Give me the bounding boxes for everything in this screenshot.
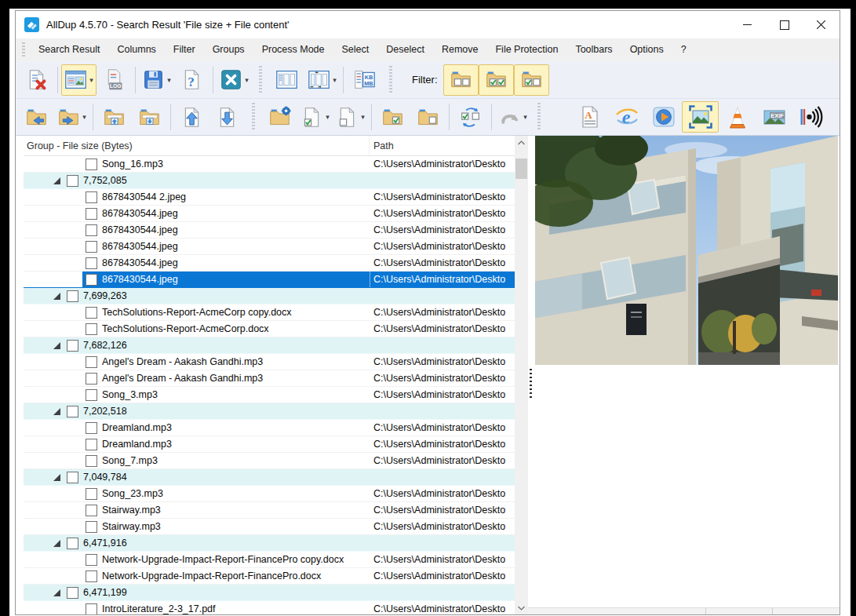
group-row[interactable]: 7,699,263 (24, 288, 515, 304)
undo-button[interactable]: ▾ (495, 101, 530, 133)
file-checkbox[interactable] (86, 323, 97, 335)
file-checkbox[interactable] (86, 373, 97, 385)
scroll-down-icon[interactable] (515, 601, 528, 614)
next-group-button[interactable]: ▾ (54, 101, 89, 133)
vlc-preview-button[interactable] (719, 101, 756, 133)
help-button[interactable]: ? (174, 64, 209, 96)
filter-show-selected-button[interactable] (479, 64, 514, 96)
menu-file-protection[interactable]: File Protection (486, 38, 566, 61)
file-row[interactable]: 8678430544 2.jpegC:\Users\Administrator\… (24, 189, 515, 206)
deselect-folder-button[interactable] (410, 101, 446, 133)
menu-process-mode[interactable]: Process Mode (253, 38, 333, 61)
exif-info-button[interactable]: EXIF (756, 101, 792, 133)
file-checkbox[interactable] (86, 307, 97, 319)
invert-selection-button[interactable] (453, 101, 488, 133)
group-checkbox[interactable] (67, 340, 78, 352)
group-checkbox[interactable] (67, 406, 78, 417)
file-checkbox[interactable] (86, 191, 97, 203)
expand-triangle-icon[interactable] (53, 540, 60, 547)
file-row[interactable]: Song_3.mp3C:\Users\Administrator\Deskto (24, 387, 515, 403)
group-checkbox[interactable] (67, 587, 78, 599)
open-folder-up-button[interactable] (97, 101, 132, 133)
scrollbar-thumb[interactable] (515, 159, 527, 179)
menu-toolbars[interactable]: Toolbars (566, 38, 621, 61)
group-row[interactable]: 6,471,199 (24, 585, 515, 601)
title-bar[interactable]: AllDup 4.5.70 - Search Result 'File size… (16, 11, 840, 38)
splitter-handle[interactable] (530, 369, 532, 400)
file-row[interactable]: IntroLiterature_2-3_17.pdfC:\Users\Admin… (24, 601, 515, 614)
expand-triangle-icon[interactable] (53, 342, 60, 349)
group-row[interactable]: 7,682,126 (24, 337, 515, 354)
menu-help[interactable]: ? (672, 38, 695, 61)
menu-options[interactable]: Options (621, 38, 672, 61)
expand-triangle-icon[interactable] (53, 474, 60, 481)
menu-remove[interactable]: Remove (433, 38, 487, 61)
expand-triangle-icon[interactable] (53, 293, 60, 300)
file-checkbox[interactable] (86, 505, 97, 516)
log-button[interactable]: LOG (97, 64, 132, 96)
select-file-button[interactable]: ▾ (297, 101, 333, 133)
remove-search-result-button[interactable] (19, 64, 54, 96)
file-row[interactable]: Song_23.mp3C:\Users\Administrator\Deskto (24, 486, 515, 502)
file-row[interactable]: Stairway.mp3C:\Users\Administrator\Deskt… (24, 502, 515, 519)
file-row[interactable]: 8678430544.jpegC:\Users\Administrator\De… (24, 272, 515, 288)
save-result-button[interactable]: ▾ (139, 64, 174, 96)
file-row[interactable]: Network-Upgrade-Impact-Report-FinancePro… (24, 552, 515, 568)
menu-deselect[interactable]: Deselect (377, 38, 433, 61)
file-checkbox[interactable] (86, 603, 97, 615)
file-checkbox[interactable] (86, 257, 97, 269)
menu-filter[interactable]: Filter (165, 38, 204, 61)
file-checkbox[interactable] (86, 439, 97, 450)
menu-columns[interactable]: Columns (109, 38, 165, 61)
folder-options-button[interactable] (262, 101, 297, 133)
filter-show-mixed-button[interactable] (514, 64, 549, 96)
file-row[interactable]: Song_7.mp3C:\Users\Administrator\Deskto (24, 453, 515, 469)
file-row[interactable]: Dreamland.mp3C:\Users\Administrator\Desk… (24, 436, 515, 453)
file-up-button[interactable] (174, 101, 209, 133)
file-checkbox[interactable] (86, 159, 97, 170)
deselect-file-button[interactable]: ▾ (333, 101, 368, 133)
open-folder-down-button[interactable] (132, 101, 167, 133)
expand-triangle-icon[interactable] (53, 589, 60, 596)
file-checkbox[interactable] (86, 488, 97, 500)
file-checkbox[interactable] (86, 422, 97, 434)
scroll-up-icon[interactable] (515, 136, 528, 149)
preview-layout-button[interactable]: ▾ (61, 64, 97, 96)
expand-triangle-icon[interactable] (53, 177, 60, 184)
group-row[interactable]: 7,049,784 (24, 469, 515, 486)
previous-group-button[interactable] (19, 101, 54, 133)
group-checkbox[interactable] (67, 175, 78, 187)
file-row[interactable]: Stairway.mp3C:\Users\Administrator\Deskt… (24, 519, 515, 535)
file-row[interactable]: Angel's Dream - Aakash Gandhi.mp3C:\User… (24, 354, 515, 370)
menu-groups[interactable]: Groups (204, 38, 253, 61)
file-checkbox[interactable] (86, 241, 97, 253)
file-row[interactable]: TechSolutions-Report-AcmeCorp.docxC:\Use… (24, 321, 515, 337)
file-checkbox[interactable] (86, 455, 97, 467)
file-down-button[interactable] (209, 101, 245, 133)
file-checkbox[interactable] (86, 274, 97, 286)
group-row[interactable]: 6,471,916 (24, 535, 515, 552)
file-row[interactable]: 8678430544.jpegC:\Users\Administrator\De… (24, 222, 515, 239)
group-checkbox[interactable] (67, 538, 78, 549)
file-row[interactable]: Network-Upgrade-Impact-Report-FinancePro… (24, 568, 515, 585)
file-row[interactable]: 8678430544.jpegC:\Users\Administrator\De… (24, 206, 515, 222)
menu-search-result[interactable]: Search Result (30, 38, 109, 61)
select-folder-button[interactable] (375, 101, 410, 133)
file-row[interactable]: Angel's Dream - Aakash Gandhi.mp3C:\User… (24, 370, 515, 387)
file-row[interactable]: Dreamland.mp3C:\Users\Administrator\Desk… (24, 420, 515, 436)
file-row[interactable]: TechSolutions-Report-AcmeCorp copy.docxC… (24, 304, 515, 321)
filter-show-unselected-button[interactable] (443, 64, 479, 96)
file-checkbox[interactable] (86, 570, 97, 582)
column-header-path[interactable]: Path (370, 140, 515, 151)
file-checkbox[interactable] (86, 389, 97, 401)
text-preview-button[interactable]: A (571, 101, 608, 133)
minimize-button[interactable] (729, 11, 766, 38)
close-button[interactable] (803, 11, 840, 38)
list-scrollbar[interactable] (515, 136, 528, 614)
group-row[interactable]: 7,752,085 (24, 173, 515, 189)
file-checkbox[interactable] (86, 356, 97, 368)
file-checkbox[interactable] (86, 521, 97, 533)
file-checkbox[interactable] (86, 224, 97, 236)
maximize-button[interactable] (766, 11, 803, 38)
file-row[interactable]: 8678430544.jpegC:\Users\Administrator\De… (24, 255, 515, 272)
